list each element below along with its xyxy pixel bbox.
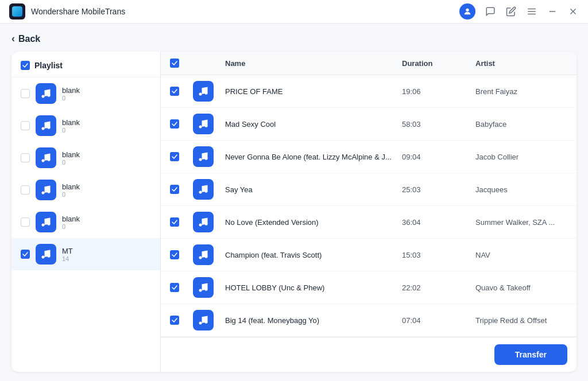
- sidebar-item-music-icon: [36, 244, 56, 265]
- table-row[interactable]: Big 14 (feat. Moneybagg Yo)07:04Trippie …: [161, 304, 577, 337]
- sidebar-item-info: blank0: [62, 215, 151, 230]
- content-area: Playlist blank0blank0blank0blank0blank0M…: [11, 52, 577, 372]
- sidebar-item-mt-5[interactable]: MT14: [11, 238, 160, 270]
- close-icon[interactable]: [567, 6, 579, 17]
- minimize-icon[interactable]: [547, 6, 558, 17]
- row-checkbox[interactable]: [170, 87, 179, 96]
- sidebar-item-count: 14: [62, 255, 151, 262]
- user-icon[interactable]: [459, 3, 475, 20]
- svg-point-21: [199, 126, 202, 129]
- sidebar-item-count: 0: [62, 127, 151, 134]
- sidebar-item-music-icon: [36, 180, 56, 200]
- row-checkbox[interactable]: [170, 217, 179, 227]
- sidebar-header: Playlist: [11, 52, 160, 77]
- sidebar-item-checkbox[interactable]: [21, 217, 30, 227]
- sidebar-item-checkbox[interactable]: [21, 153, 30, 162]
- svg-point-34: [205, 321, 208, 324]
- sidebar-item-count: 0: [62, 223, 151, 230]
- table-row[interactable]: No Love (Extended Version)36:04Summer Wa…: [161, 206, 577, 239]
- row-artist: Quavo & Takeoff: [475, 283, 567, 292]
- sidebar-item-checkbox[interactable]: [21, 89, 30, 98]
- transfer-button[interactable]: Transfer: [494, 344, 567, 365]
- table-row[interactable]: Mad Sexy Cool58:03Babyface: [161, 108, 577, 141]
- row-duration: 19:06: [402, 87, 471, 96]
- svg-point-25: [199, 191, 202, 194]
- svg-point-9: [42, 127, 45, 130]
- svg-point-32: [205, 288, 208, 291]
- table-row[interactable]: Never Gonna Be Alone (feat. Lizzy McAlpi…: [161, 141, 577, 173]
- row-checkbox[interactable]: [170, 316, 179, 325]
- table-row[interactable]: Champion (feat. Travis Scott)15:03NAV: [161, 239, 577, 271]
- row-artist: Trippie Redd & Offset: [475, 316, 567, 325]
- table-header: Name Duration Artist: [161, 52, 577, 75]
- row-music-icon: [193, 114, 214, 134]
- table-artist-header: Artist: [475, 59, 567, 68]
- sidebar-item-name: blank: [62, 215, 151, 223]
- sidebar-item-blank-1[interactable]: blank0: [11, 110, 160, 142]
- row-song-name: Big 14 (feat. Moneybagg Yo): [225, 316, 397, 325]
- sidebar-item-blank-3[interactable]: blank0: [11, 174, 160, 206]
- row-artist: NAV: [475, 251, 567, 259]
- titlebar-controls: [459, 3, 579, 20]
- table-footer: Transfer: [161, 337, 577, 372]
- row-duration: 36:04: [402, 218, 471, 227]
- table-row[interactable]: PRICE OF FAME19:06Brent Faiyaz: [161, 75, 577, 108]
- table-name-header: Name: [225, 59, 397, 68]
- svg-point-22: [205, 125, 208, 127]
- edit-icon[interactable]: [505, 6, 517, 17]
- svg-point-8: [48, 94, 51, 97]
- sidebar-all-checkbox[interactable]: [21, 61, 30, 70]
- row-checkbox[interactable]: [170, 152, 179, 161]
- sidebar-item-blank-4[interactable]: blank0: [11, 206, 160, 238]
- row-song-name: Champion (feat. Travis Scott): [225, 251, 397, 259]
- row-music-icon: [193, 310, 214, 331]
- sidebar-item-name: blank: [62, 182, 151, 191]
- app-icon: [9, 3, 25, 20]
- back-label: Back: [18, 34, 40, 44]
- row-song-name: PRICE OF FAME: [225, 87, 397, 96]
- sidebar-item-info: blank0: [62, 150, 151, 166]
- sidebar-item-blank-2[interactable]: blank0: [11, 142, 160, 174]
- sidebar-item-checkbox[interactable]: [21, 185, 30, 195]
- svg-point-27: [199, 224, 202, 227]
- app-title: Wondershare MobileTrans: [31, 7, 125, 16]
- sidebar-items-list: blank0blank0blank0blank0blank0MT14: [11, 77, 160, 372]
- row-song-name: No Love (Extended Version): [225, 218, 397, 227]
- table-row[interactable]: HOTEL LOBBY (Unc & Phew)22:02Quavo & Tak…: [161, 271, 577, 304]
- sidebar-item-music-icon: [36, 83, 56, 104]
- sidebar-item-name: blank: [62, 86, 151, 95]
- table-all-checkbox[interactable]: [170, 59, 179, 68]
- svg-point-18: [48, 255, 51, 258]
- row-checkbox[interactable]: [170, 119, 179, 129]
- titlebar-left: Wondershare MobileTrans: [9, 3, 125, 20]
- row-music-icon: [193, 212, 214, 232]
- row-music-icon: [193, 277, 214, 298]
- sidebar-item-checkbox[interactable]: [21, 121, 30, 130]
- row-checkbox[interactable]: [170, 250, 179, 259]
- svg-point-14: [48, 190, 51, 193]
- sidebar-item-music-icon: [36, 115, 56, 136]
- titlebar: Wondershare MobileTrans: [0, 0, 588, 24]
- svg-point-17: [42, 256, 45, 259]
- svg-point-29: [199, 256, 202, 259]
- table-row[interactable]: Say Yea25:03Jacquees: [161, 173, 577, 206]
- row-duration: 58:03: [402, 120, 471, 129]
- sidebar-item-checkbox[interactable]: [21, 250, 30, 259]
- svg-point-30: [205, 255, 208, 258]
- svg-point-20: [205, 92, 208, 95]
- row-checkbox[interactable]: [170, 185, 179, 194]
- sidebar-item-blank-0[interactable]: blank0: [11, 77, 160, 110]
- sidebar-item-name: blank: [62, 118, 151, 127]
- svg-point-16: [48, 223, 51, 226]
- speech-bubble-icon[interactable]: [485, 6, 496, 17]
- svg-point-19: [199, 93, 202, 96]
- sidebar-item-info: MT14: [62, 247, 151, 262]
- row-artist: Jacob Collier: [475, 153, 567, 161]
- table-area: Name Duration Artist PRICE OF FAME19:06B…: [161, 52, 577, 372]
- row-duration: 09:04: [402, 153, 471, 161]
- row-checkbox[interactable]: [170, 283, 179, 292]
- menu-icon[interactable]: [526, 6, 537, 17]
- main-content: ‹ Back Playlist blank0blank0blank0blank0…: [0, 24, 588, 381]
- back-button[interactable]: ‹ Back: [11, 33, 577, 45]
- row-artist: Summer Walker, SZA ...: [475, 218, 567, 227]
